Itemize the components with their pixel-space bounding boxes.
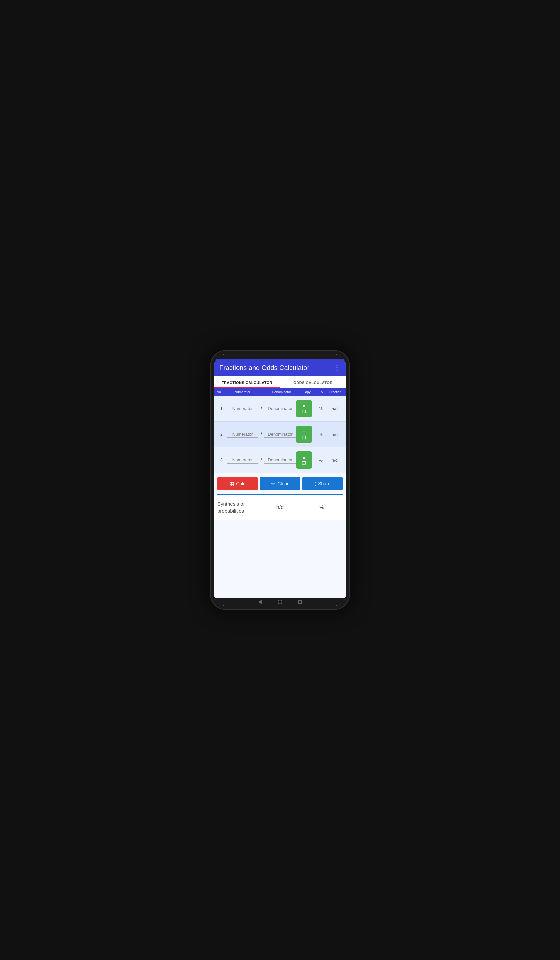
fraction-row-1: 1. / ▼ ❐ % n/d: [214, 396, 346, 422]
clear-button[interactable]: ✏ Clear: [260, 477, 300, 490]
th-denominator: Denominator: [265, 390, 298, 394]
recents-icon: [298, 600, 302, 604]
clear-label: Clear: [277, 481, 288, 486]
calc-icon: ▦: [230, 481, 234, 486]
calc-label: Calc: [236, 481, 245, 486]
tabs-bar: FRACTIONS CALCULATOR ODDS CALCULATOR: [214, 376, 346, 388]
numerator-input-3[interactable]: [227, 457, 258, 464]
tab-fractions[interactable]: FRACTIONS CALCULATOR: [214, 376, 280, 388]
copy-icon-1: ❐: [302, 410, 306, 414]
action-btn-2[interactable]: ↕ ❐: [296, 426, 312, 443]
synthesis-fraction-value: n/d: [259, 504, 301, 510]
fraction-val-3: n/d: [327, 458, 343, 462]
th-fraction: Fraction: [327, 390, 343, 394]
fraction-val-2: n/d: [327, 432, 343, 437]
bottom-nav: [214, 598, 346, 606]
th-no: No.: [217, 390, 226, 394]
th-numerator: Numerator: [226, 390, 259, 394]
synthesis-percent-value: %: [301, 504, 343, 510]
th-slash: /: [259, 390, 265, 394]
row-num-3: 3.: [217, 458, 227, 462]
denominator-input-2[interactable]: [264, 431, 296, 438]
denominator-input-1[interactable]: [264, 405, 296, 412]
percent-val-3: %: [315, 458, 327, 462]
arrow-updown-icon: ↕: [303, 429, 306, 434]
table-header: No. Numerator / Denominator Copy % Fract…: [214, 388, 346, 396]
share-icon: ⟨: [314, 481, 316, 486]
app-title: Fractions and Odds Calculator: [219, 364, 309, 372]
nav-recents-button[interactable]: [297, 599, 303, 605]
fraction-rows: 1. / ▼ ❐ % n/d 2. /: [214, 396, 346, 473]
share-button[interactable]: ⟨ Share: [302, 477, 343, 490]
copy-icon-2: ❐: [302, 435, 306, 440]
row-num-1: 1.: [217, 406, 227, 411]
synthesis-label: Synthesis ofprobabilities: [217, 500, 259, 514]
tab-odds[interactable]: ODDS CALCULATOR: [280, 376, 346, 388]
numerator-input-2[interactable]: [227, 431, 258, 438]
th-percent: %: [315, 390, 327, 394]
th-copy: Copy: [298, 390, 315, 394]
arrow-up-icon: ▲: [302, 455, 306, 460]
phone-device: Fractions and Odds Calculator ⋮ FRACTION…: [210, 350, 350, 610]
action-btn-1[interactable]: ▼ ❐: [296, 400, 312, 418]
action-btn-3[interactable]: ▲ ❐: [296, 451, 312, 469]
camera-row: [214, 354, 346, 359]
numerator-input-1[interactable]: [227, 405, 258, 412]
share-label: Share: [318, 481, 330, 486]
action-buttons-row: ▦ Calc ✏ Clear ⟨ Share: [214, 473, 346, 494]
calc-button[interactable]: ▦ Calc: [217, 477, 258, 490]
phone-screen: Fractions and Odds Calculator ⋮ FRACTION…: [214, 354, 346, 606]
clear-icon: ✏: [271, 481, 275, 486]
bottom-divider: [217, 520, 343, 520]
arrow-down-icon: ▼: [302, 404, 306, 408]
nav-home-button[interactable]: [277, 599, 283, 605]
percent-val-2: %: [315, 432, 327, 437]
row-num-2: 2.: [217, 432, 227, 437]
slash-2: /: [258, 431, 264, 437]
home-icon: [278, 600, 282, 604]
fraction-row-2: 2. / ↕ ❐ % n/d: [214, 422, 346, 447]
percent-val-1: %: [315, 406, 327, 411]
nav-back-button[interactable]: [257, 599, 263, 605]
app-header: Fractions and Odds Calculator ⋮: [214, 359, 346, 376]
slash-3: /: [258, 457, 264, 463]
slash-1: /: [258, 406, 264, 412]
fraction-row-3: 3. / ▲ ❐ % n/d: [214, 447, 346, 473]
denominator-input-3[interactable]: [264, 457, 296, 464]
fraction-val-1: n/d: [327, 406, 343, 411]
back-icon: [258, 600, 262, 604]
synthesis-row: Synthesis ofprobabilities n/d %: [214, 495, 346, 520]
copy-icon-3: ❐: [302, 461, 306, 466]
content-area: 1. / ▼ ❐ % n/d 2. /: [214, 396, 346, 598]
menu-dots-button[interactable]: ⋮: [333, 363, 341, 372]
